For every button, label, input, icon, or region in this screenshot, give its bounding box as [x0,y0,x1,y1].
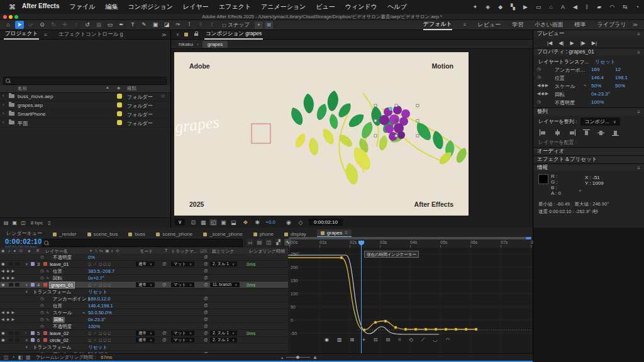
volume-icon[interactable]: ◀ [573,4,577,10]
project-row-SmartPhone[interactable]: ›SmartPhoneフォルダー [0,110,170,119]
keyframe-marker[interactable] [374,321,377,324]
menu-2[interactable]: 編集 [105,3,118,11]
keyframe-marker[interactable] [425,328,427,331]
expander-icon[interactable]: › [25,331,26,334]
puppet-pin-tool[interactable]: ⊺ [185,21,194,29]
align-hcenter-button[interactable] [554,129,561,136]
label-color-swatch[interactable] [117,94,122,99]
parent-dropdown[interactable]: 11. branch∨ [210,282,240,287]
timeline-tab-grapes[interactable]: grapes≡ [317,229,352,237]
link-icon[interactable]: ⌁ [82,310,86,315]
pen-tool[interactable]: ✒ [117,21,126,29]
breadcrumb-current[interactable]: grapes [203,41,228,48]
breadcrumb-parent[interactable]: hikaku [179,41,193,47]
project-row-buss_move.aep[interactable]: ›buss_move.aepフォルダー⚇ [0,92,170,101]
trkmat-dropdown[interactable]: マット∨ [171,331,194,336]
expand-chevron-icon[interactable]: › [3,111,4,116]
keyframe-marker[interactable] [394,326,397,329]
property-pickwhip-icon[interactable]: @ [204,296,208,300]
tab-effect-controls[interactable]: エフェクトコントロール g [58,31,123,38]
timeline-search-input[interactable] [42,239,243,247]
property-value[interactable]: 169.0,12.0 [88,296,110,302]
property-row-9[interactable]: ◀ ◆ ▶◷∿回転0x-23.3°@ [0,316,288,323]
menu-7[interactable]: ビュー [316,3,335,11]
composition-mini-flowchart-icon[interactable]: ⚏ [247,239,253,246]
parent-dropdown[interactable]: 2. ヌル 1∨ [210,331,237,336]
project-bpc-button[interactable]: 8 bpc [31,220,43,226]
layer-name[interactable]: leave_01 [50,261,69,267]
keyframe-marker[interactable] [404,328,407,331]
timeline-tab-phone[interactable]: phone [253,231,274,237]
property-name[interactable]: 回転 [53,275,62,282]
trkmat-dropdown[interactable]: マット∨ [171,337,194,343]
stopwatch-icon[interactable]: ◷ [537,67,553,72]
snap-along-edges-toggle[interactable]: ⌖ [255,21,263,29]
parent-pickwhip-icon[interactable]: @ [204,282,208,287]
prev-frame-button[interactable]: ◀| [558,40,564,46]
wifi-icon[interactable]: ◠ [609,4,614,10]
switch-cell[interactable] [9,331,13,335]
expand-chevron-icon[interactable]: › [3,120,4,124]
property-value[interactable]: 100% [88,324,100,329]
interpret-footage-icon[interactable]: ▤ [4,220,9,226]
transfer-controls-icon[interactable]: ◧ [18,354,23,360]
switch-cell[interactable] [15,331,19,335]
keyframe-marker[interactable] [340,256,343,259]
property-value[interactable]: 169 [591,67,599,72]
show-snapshot-icon[interactable]: ◇ [297,219,304,226]
timeline-tab-_render[interactable]: _render [53,231,77,237]
layer-label-swatch[interactable] [31,338,35,342]
graph-toggle-icon[interactable]: ∿ [46,317,49,321]
auto-zoom-icon[interactable]: ⌖ [362,337,365,343]
layer-row-grapes_01[interactable]: ◉∨4grapes_01◻ ∕ ◻◻◻通常∨@マット∨@11. branch∨0… [0,282,288,288]
project-row-grapes.aep[interactable]: ›grapes.aepフォルダー [0,101,170,110]
display-icon[interactable]: ▭ [536,4,541,10]
label-color-swatch[interactable] [117,111,122,116]
menu-4[interactable]: レイヤー [183,3,209,11]
property-row-2[interactable]: ◀ ◆ ▶◷∿位置383.5,-208.7@ [0,268,288,275]
battery-icon[interactable]: ▰ [597,4,601,10]
info-panel-menu-icon[interactable]: ≡ [637,165,640,171]
property-value[interactable]: 383.5,-208.7 [88,268,114,274]
separate-dimensions-icon[interactable]: ⌗ [398,337,401,343]
switch-cell[interactable] [15,338,19,342]
property-name[interactable]: スケール [53,310,72,316]
keyframe-marker[interactable] [445,328,447,331]
keyframe-marker[interactable] [435,328,437,331]
property-value[interactable]: 50% [591,83,601,89]
window-tile-icon[interactable]: ▚ [511,4,515,10]
property-pickwhip-icon[interactable]: @ [204,317,208,321]
brush-tool[interactable]: ✎ [140,21,148,29]
menu-app[interactable]: After Effects [22,3,59,11]
ease-out-icon[interactable]: ◠ [445,337,450,343]
view-menu-chevron[interactable]: ∨ [175,219,185,226]
stopwatch-icon[interactable]: ◷ [40,310,44,315]
group-row-5[interactable]: ∨トランスフォームリセット [0,288,288,295]
switch-cell[interactable] [9,262,13,266]
property-value[interactable]: 100% [591,99,604,105]
align-right-button[interactable] [569,129,575,136]
puppet-advanced-tool[interactable]: ⍏ [196,21,205,29]
clone-stamp-tool[interactable]: ▣ [151,21,160,29]
orbit-camera-tool[interactable]: ↻ [49,21,58,29]
stopwatch-icon[interactable]: ◷ [537,99,553,104]
stopwatch-icon[interactable]: ◷ [40,296,44,301]
timeline-tab-display[interactable]: display [284,231,306,237]
workspace-tab-0[interactable]: デフォルト [423,20,452,30]
frame-blending-icon[interactable]: ▞ [275,239,282,246]
tab-project[interactable]: プロジェクト [4,30,39,40]
timeline-panel-menu-icon[interactable]: ≡ [345,230,348,236]
mask-visibility-icon[interactable]: ◱ [209,219,217,226]
property-name[interactable]: 位置 [53,268,62,275]
switch-cell[interactable] [9,338,13,342]
stopwatch-icon[interactable]: ◷ [40,268,44,273]
property-pickwhip-icon[interactable]: @ [204,303,208,307]
label-column-icon[interactable]: ◈ [117,85,120,90]
properties-panel-menu-icon[interactable]: ≡ [637,50,640,55]
property-row-8[interactable]: ◀ ◆ ▶◷∿スケール⌁50.0,50.0%@ [0,309,288,316]
roto-brush-tool[interactable]: ✑ [174,21,182,29]
keyframe-marker[interactable] [475,328,477,331]
property-name[interactable]: 不透明度 [53,255,72,261]
timeline-scrollbar[interactable] [289,237,531,239]
property-name[interactable]: 不透明度 [53,324,72,330]
